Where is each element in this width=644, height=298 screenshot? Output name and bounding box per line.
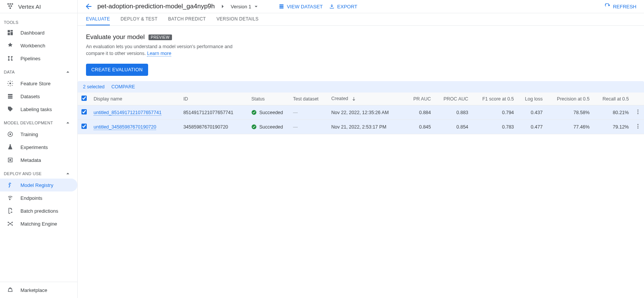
col-created-label: Created xyxy=(331,96,348,101)
section-header-data[interactable]: DATA xyxy=(0,65,77,77)
svg-point-16 xyxy=(638,126,639,127)
view-dataset-button[interactable]: VIEW DATASET xyxy=(278,2,324,11)
more-icon[interactable] xyxy=(635,109,641,115)
selection-bar: 2 selected COMPARE xyxy=(78,81,644,93)
matching-engine-icon xyxy=(7,220,14,227)
sidebar-item-matching-engine[interactable]: Matching Engine xyxy=(0,217,77,230)
section-label: DATA xyxy=(4,70,15,74)
pipelines-icon xyxy=(7,55,14,62)
sidebar-item-batch-predictions[interactable]: Batch predictions xyxy=(0,204,77,217)
section-header-model-development[interactable]: MODEL DEVELOPMENT xyxy=(0,116,77,128)
sidebar-item-label: Datasets xyxy=(20,94,40,99)
refresh-label: REFRESH xyxy=(613,4,636,9)
cell-test-dataset: — xyxy=(293,124,298,130)
sidebar-item-label: Training xyxy=(20,132,38,137)
tab-version-details[interactable]: VERSION DETAILS xyxy=(217,13,259,25)
tab-batch-predict[interactable]: BATCH PREDICT xyxy=(168,13,206,25)
model-name: pet-adoption-prediction-model_ga4nyp9h xyxy=(97,3,215,10)
status-cell: Succeeded xyxy=(251,124,287,130)
sidebar-item-experiments[interactable]: Experiments xyxy=(0,141,77,154)
col-checkbox[interactable] xyxy=(78,93,91,105)
sidebar-item-dashboard[interactable]: Dashboard xyxy=(0,26,77,39)
export-label: EXPORT xyxy=(337,4,357,9)
compare-button[interactable]: COMPARE xyxy=(111,84,135,89)
export-icon xyxy=(329,3,335,9)
section-header-tools[interactable]: TOOLS xyxy=(0,16,77,26)
cell-log-loss: 0.437 xyxy=(517,105,546,120)
content: Evaluate your model PREVIEW An evaluatio… xyxy=(78,26,644,298)
sidebar-item-labeling-tasks[interactable]: Labeling tasks xyxy=(0,103,77,116)
tab-label: BATCH PREDICT xyxy=(168,16,206,22)
select-all-checkbox[interactable] xyxy=(81,96,87,101)
section-title-row: Evaluate your model PREVIEW xyxy=(86,33,636,41)
evaluation-link[interactable]: untitled_8514917121077657741 xyxy=(94,110,161,116)
cell-created: Nov 22, 2022, 12:35:26 AM xyxy=(328,105,405,120)
col-precision[interactable]: Precision at 0.5 xyxy=(546,93,592,105)
cell-precision: 78.58% xyxy=(546,105,592,120)
export-button[interactable]: EXPORT xyxy=(328,2,358,11)
svg-point-15 xyxy=(638,124,639,125)
col-proc-auc[interactable]: PROC AUC xyxy=(434,93,471,105)
version-label: Version 1 xyxy=(231,4,251,9)
sidebar-item-datasets[interactable]: Datasets xyxy=(0,90,77,103)
cell-pr-auc: 0.845 xyxy=(405,120,434,134)
cell-created: Nov 21, 2022, 2:53:17 PM xyxy=(328,120,405,134)
sidebar-item-label: Metadata xyxy=(20,157,41,163)
model-registry-icon xyxy=(7,182,14,188)
col-test-dataset[interactable]: Test dataset xyxy=(290,93,328,105)
sidebar-item-label: Matching Engine xyxy=(20,221,57,227)
section-label: TOOLS xyxy=(4,20,19,25)
view-dataset-label: VIEW DATASET xyxy=(287,4,323,9)
cell-precision: 77.46% xyxy=(546,120,592,134)
success-icon xyxy=(251,124,257,130)
sidebar-nav: TOOLS Dashboard Workbench Pipelines DATA xyxy=(0,13,77,282)
col-status[interactable]: Status xyxy=(248,93,290,105)
col-display-name[interactable]: Display name xyxy=(91,93,180,105)
col-f1[interactable]: F1 score at 0.5 xyxy=(471,93,517,105)
header-bar: pet-adoption-prediction-model_ga4nyp9h V… xyxy=(78,0,644,13)
version-select[interactable]: Version 1 xyxy=(231,3,259,10)
col-log-loss[interactable]: Log loss xyxy=(517,93,546,105)
cell-id: 8514917121077657741 xyxy=(180,105,249,120)
back-arrow-icon[interactable] xyxy=(84,2,93,11)
tabs: EVALUATE DEPLOY & TEST BATCH PREDICT VER… xyxy=(78,13,644,26)
sidebar-item-label: Labeling tasks xyxy=(20,107,52,112)
section-header-deploy-and-use[interactable]: DEPLOY AND USE xyxy=(0,166,77,179)
endpoints-icon xyxy=(7,194,14,201)
col-created[interactable]: Created xyxy=(328,93,405,105)
chevron-up-icon xyxy=(64,119,71,126)
sidebar-item-metadata[interactable]: Metadata xyxy=(0,154,77,166)
col-id[interactable]: ID xyxy=(180,93,249,105)
chevron-right-icon xyxy=(219,3,226,10)
evaluation-link[interactable]: untitled_34585987670190720 xyxy=(94,124,156,130)
create-evaluation-button[interactable]: CREATE EVALUATION xyxy=(86,64,148,76)
dataset-icon xyxy=(278,3,284,9)
sidebar-item-workbench[interactable]: Workbench xyxy=(0,39,77,52)
success-icon xyxy=(251,110,257,115)
dropdown-arrow-icon xyxy=(253,3,259,10)
col-recall[interactable]: Recall at 0.5 xyxy=(592,93,632,105)
metadata-icon xyxy=(7,157,14,163)
more-icon[interactable] xyxy=(635,123,641,129)
refresh-button[interactable]: REFRESH xyxy=(604,2,637,11)
row-checkbox[interactable] xyxy=(81,109,87,114)
section-description: An evaluation lets you understand a mode… xyxy=(86,43,238,57)
tab-deploy-test[interactable]: DEPLOY & TEST xyxy=(120,13,158,25)
svg-point-12 xyxy=(638,111,639,113)
learn-more-link[interactable]: Learn more xyxy=(147,51,171,56)
sidebar-item-feature-store[interactable]: Feature Store xyxy=(0,77,77,90)
sidebar-item-model-registry[interactable]: Model Registry xyxy=(0,179,77,191)
col-pr-auc[interactable]: PR AUC xyxy=(405,93,434,105)
workbench-icon xyxy=(7,42,14,49)
sidebar-item-marketplace[interactable]: Marketplace xyxy=(0,282,77,298)
table-header-row: Display name ID Status Test dataset Crea… xyxy=(78,93,644,105)
selection-count: 2 selected xyxy=(83,84,105,89)
sort-desc-icon xyxy=(351,96,356,102)
cell-proc-auc: 0.883 xyxy=(434,105,471,120)
sidebar-item-label: Pipelines xyxy=(20,56,41,61)
sidebar-item-endpoints[interactable]: Endpoints xyxy=(0,191,77,204)
sidebar-item-pipelines[interactable]: Pipelines xyxy=(0,52,77,65)
tab-evaluate[interactable]: EVALUATE xyxy=(86,13,110,25)
row-checkbox[interactable] xyxy=(81,124,87,129)
sidebar-item-training[interactable]: Training xyxy=(0,128,77,141)
